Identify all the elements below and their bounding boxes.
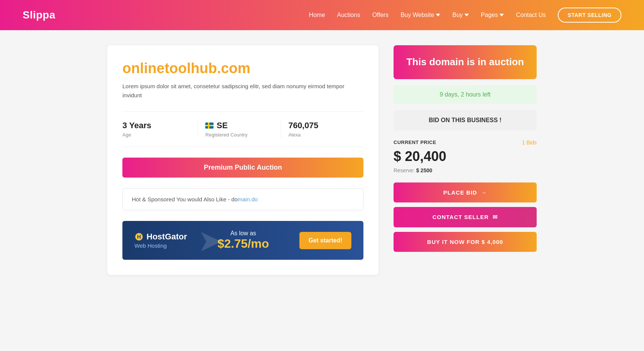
nav-home[interactable]: Home: [309, 12, 325, 18]
nav-offers[interactable]: Offers: [372, 12, 388, 18]
mail-icon: ✉: [493, 214, 498, 221]
contact-seller-button[interactable]: CONTACT SELLER ✉: [394, 207, 537, 227]
main-nav: Home Auctions Offers Buy Website Buy Pag…: [309, 8, 621, 23]
auction-sidebar: This domain is in auction 9 days, 2 hour…: [394, 45, 537, 252]
hg-arrow-decoration: ➤: [198, 223, 223, 258]
hostgator-cta-button[interactable]: Get started!: [299, 232, 351, 249]
sponsored-box: Hot & Sponsored You would Also Like - do…: [122, 188, 363, 210]
hg-pricing: As low as $2.75/mo: [217, 230, 269, 251]
stat-country-value: SE: [205, 121, 273, 130]
stat-alexa-label: Alexa: [288, 132, 356, 138]
main-container: onlinetoolhub.com Lorem ipsum dolor sit …: [96, 45, 548, 275]
stat-alexa-value: 760,075: [288, 121, 356, 130]
chevron-down-icon: [436, 13, 440, 17]
hg-brand: H HostGator Web Hosting: [134, 232, 187, 249]
auction-status-badge: This domain is in auction: [394, 45, 537, 79]
place-bid-button[interactable]: PLACE BID →: [394, 182, 537, 202]
chevron-down-icon: [464, 13, 469, 17]
flag-icon: [205, 123, 214, 129]
domain-description: Lorem ipsum dolor sit amet, consetetur s…: [122, 82, 363, 100]
hg-sub: Web Hosting: [134, 242, 187, 249]
domain-detail-panel: onlinetoolhub.com Lorem ipsum dolor sit …: [107, 45, 378, 275]
hg-price: $2.75/mo: [217, 237, 269, 251]
price-section: CURRENT PRICE 1 Bids $ 20,400 Reserve: $…: [394, 139, 537, 173]
nav-contact-us[interactable]: Contact Us: [516, 12, 546, 18]
logo: Slippa: [23, 9, 55, 21]
hostgator-icon: H: [134, 232, 143, 241]
price-header: CURRENT PRICE 1 Bids: [394, 139, 537, 146]
hostgator-banner[interactable]: H HostGator Web Hosting ➤ As low as $2.7…: [122, 221, 363, 260]
current-price-value: $ 20,400: [394, 149, 537, 164]
current-price-label: CURRENT PRICE: [394, 139, 436, 145]
stat-country: SE Registered Country: [198, 121, 281, 138]
stat-age: 3 Years Age: [122, 121, 198, 138]
sponsored-link[interactable]: main.do: [238, 196, 258, 202]
hg-logo: H HostGator: [134, 232, 187, 242]
domain-name: onlinetoolhub.com: [122, 60, 363, 77]
nav-buy[interactable]: Buy: [452, 12, 469, 18]
svg-text:H: H: [137, 234, 141, 240]
hg-as-low-text: As low as: [217, 230, 269, 237]
stat-alexa: 760,075 Alexa: [281, 121, 363, 138]
stat-country-label: Registered Country: [205, 132, 273, 138]
nav-auctions[interactable]: Auctions: [337, 12, 360, 18]
domain-stats: 3 Years Age SE Registered Country 760,07…: [122, 111, 363, 147]
start-selling-button[interactable]: START SELLING: [558, 8, 621, 23]
reserve-price: Reserve: $ 2500: [394, 167, 537, 173]
bids-count: 1 Bids: [522, 139, 537, 146]
arrow-icon: →: [481, 189, 487, 196]
nav-pages[interactable]: Pages: [481, 12, 504, 18]
nav-buy-website[interactable]: Buy Website: [401, 12, 441, 18]
buy-now-button[interactable]: BUY IT NOW FOR $ 4,000: [394, 232, 537, 252]
bid-business-button[interactable]: BID ON THIS BUSINESS !: [394, 110, 537, 130]
header: Slippa Home Auctions Offers Buy Website …: [0, 0, 644, 30]
time-left-display: 9 days, 2 hours left: [394, 85, 537, 104]
chevron-down-icon: [499, 13, 504, 17]
stat-age-label: Age: [122, 132, 190, 138]
stat-age-value: 3 Years: [122, 121, 190, 130]
auction-type-banner: Premium Public Auction: [122, 158, 363, 178]
